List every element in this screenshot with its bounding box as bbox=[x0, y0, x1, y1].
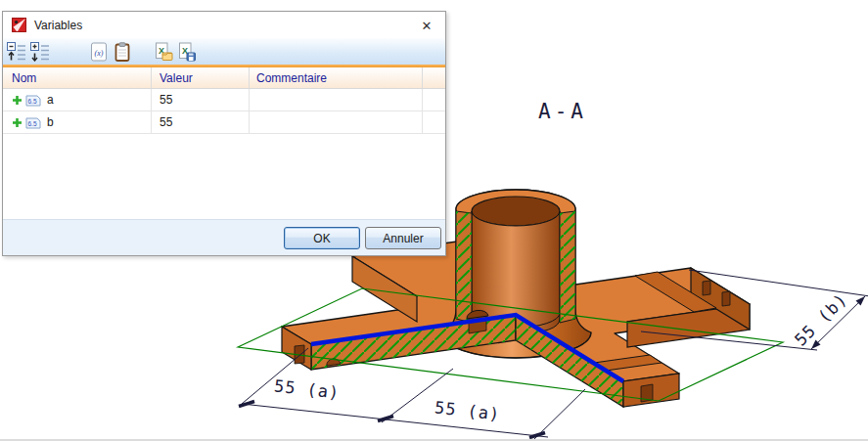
collapse-all-icon[interactable] bbox=[6, 41, 27, 63]
close-icon[interactable]: ✕ bbox=[418, 17, 435, 34]
dimension-a-right-label: 55 (a) bbox=[434, 397, 501, 424]
formula-icon[interactable]: (x) bbox=[88, 41, 110, 63]
variable-name[interactable]: b bbox=[47, 115, 54, 129]
add-variable-icon[interactable] bbox=[12, 95, 23, 106]
svg-text:(x): (x) bbox=[95, 48, 104, 57]
variable-name[interactable]: a bbox=[47, 93, 54, 107]
excel-open-icon[interactable]: X bbox=[153, 41, 174, 63]
column-header-nom[interactable]: Nom bbox=[3, 67, 152, 88]
dialog-titlebar[interactable]: Variables ✕ bbox=[3, 12, 445, 38]
column-header-commentaire[interactable]: Commentaire bbox=[250, 67, 423, 88]
cylinder-cut-hatch-right bbox=[560, 211, 575, 323]
variable-value[interactable]: 55 bbox=[160, 115, 172, 129]
column-header-valeur[interactable]: Valeur bbox=[152, 67, 250, 88]
variables-dialog: Variables ✕ bbox=[2, 11, 446, 256]
table-row[interactable]: 6.5 b 55 bbox=[3, 111, 445, 134]
expand-all-icon[interactable] bbox=[29, 41, 51, 63]
svg-text:6.5: 6.5 bbox=[27, 119, 36, 126]
cancel-button[interactable]: Annuler bbox=[365, 227, 441, 249]
dimension-a-right[interactable] bbox=[529, 389, 585, 439]
column-header-filler bbox=[423, 67, 445, 88]
table-row[interactable]: 6.5 a 55 bbox=[3, 89, 445, 111]
dimension-a-left-label: 55 (a) bbox=[273, 375, 341, 403]
table-header-row: Nom Valeur Commentaire bbox=[3, 67, 445, 89]
right-wing-tip-notch-2 bbox=[722, 291, 730, 306]
ok-button[interactable]: OK bbox=[284, 227, 360, 249]
right-wing-tip-notch-1 bbox=[703, 281, 710, 295]
app-logo-icon bbox=[12, 18, 26, 32]
dialog-toolbar: (x) X bbox=[3, 38, 445, 65]
number-variable-icon: 6.5 bbox=[25, 94, 41, 107]
application-canvas: 55 (a) 55 (a) 55 (b) A-A Variables bbox=[0, 0, 868, 441]
svg-text:6.5: 6.5 bbox=[27, 97, 36, 104]
variable-value[interactable]: 55 bbox=[160, 93, 172, 107]
dialog-footer: OK Annuler bbox=[3, 219, 445, 255]
dialog-title: Variables bbox=[34, 19, 82, 32]
number-variable-icon: 6.5 bbox=[25, 116, 41, 129]
excel-save-icon[interactable]: X bbox=[176, 41, 198, 63]
clipboard-icon[interactable] bbox=[112, 41, 133, 63]
section-label: A-A bbox=[538, 100, 587, 123]
cylinder-cut-hatch-left bbox=[456, 211, 472, 323]
add-variable-icon[interactable] bbox=[12, 117, 23, 128]
